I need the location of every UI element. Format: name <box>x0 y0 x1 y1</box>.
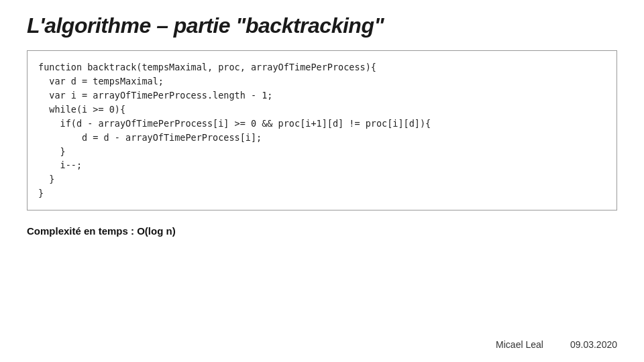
complexity-label: Complexité en temps : O(log n) <box>27 225 617 237</box>
code-content: function backtrack(tempsMaximal, proc, a… <box>38 60 606 200</box>
date-label: 09.03.2020 <box>570 339 617 350</box>
code-block: function backtrack(tempsMaximal, proc, a… <box>27 50 617 210</box>
page-title: L'algorithme – partie "backtracking" <box>27 13 617 38</box>
footer: Micael Leal 09.03.2020 <box>496 339 617 350</box>
author-label: Micael Leal <box>496 339 543 350</box>
